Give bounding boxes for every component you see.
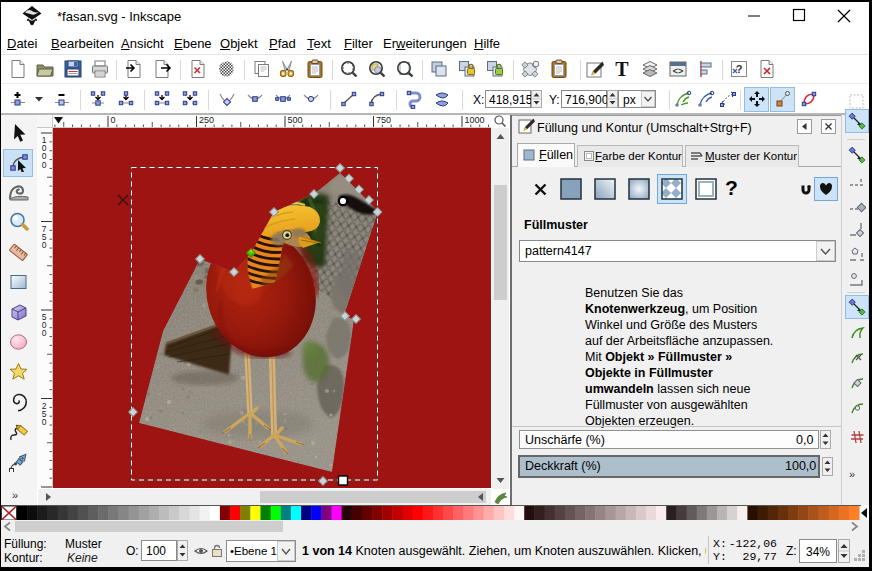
svg-text:<>: <> xyxy=(673,66,684,76)
svg-text:0: 0 xyxy=(42,240,47,250)
svg-text:T: T xyxy=(615,59,629,79)
svg-text:0: 0 xyxy=(111,115,116,125)
svg-text:500: 500 xyxy=(288,115,303,125)
svg-text:250: 250 xyxy=(199,115,214,125)
svg-text:0: 0 xyxy=(42,160,47,170)
svg-text:0: 0 xyxy=(42,417,47,427)
svg-text:750: 750 xyxy=(376,115,391,125)
svg-text:1000: 1000 xyxy=(465,115,485,125)
svg-text:0: 0 xyxy=(42,328,47,338)
